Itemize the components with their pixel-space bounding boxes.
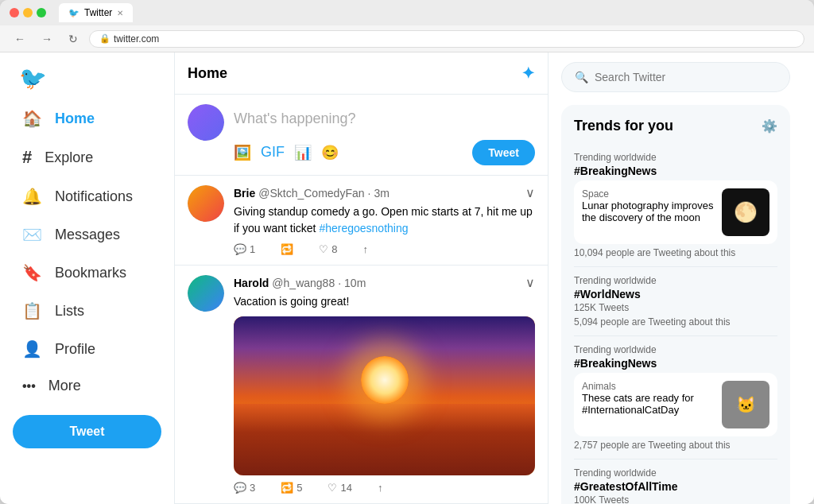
share-button[interactable]: ↑ bbox=[378, 482, 383, 494]
url-bar[interactable]: 🔒 twitter.com bbox=[89, 30, 804, 48]
sidebar-item-explore[interactable]: # Explore bbox=[13, 139, 161, 176]
trend-hashtag: #WorldNews bbox=[574, 288, 777, 300]
title-bar: 🐦 Twitter ✕ bbox=[0, 0, 814, 25]
trend-hashtag: #BreakingNews bbox=[574, 357, 777, 370]
share-button[interactable]: ↑ bbox=[362, 243, 368, 255]
trend-image-thumb: 🌕 bbox=[722, 188, 769, 236]
cat-image: 🐱 bbox=[722, 381, 769, 428]
trend-tweets: 100K Tweets bbox=[574, 494, 777, 504]
tweet-header: Brie @Sktch_ComedyFan · 3m ∨ bbox=[234, 185, 535, 200]
feed-title: Home bbox=[188, 65, 227, 82]
gear-icon[interactable]: ⚙️ bbox=[762, 118, 777, 134]
back-button[interactable]: ← bbox=[10, 31, 30, 47]
reply-button[interactable]: 💬 1 bbox=[234, 243, 255, 255]
compose-icons: 🖼️ GIF 📊 😊 bbox=[234, 144, 339, 161]
trend-worldwide: Trending worldwide bbox=[574, 275, 777, 286]
trend-people: 2,757 people are Tweeting about this bbox=[574, 440, 777, 451]
trend-worldwide: Trending worldwide bbox=[574, 344, 777, 355]
close-button[interactable] bbox=[10, 8, 19, 17]
sparkle-icon[interactable]: ✦ bbox=[521, 64, 535, 83]
tweet-user-info: Harold @h_wang88 · 10m bbox=[234, 277, 366, 289]
sidebar-label-bookmarks: Bookmarks bbox=[55, 265, 126, 281]
trends-title: Trends for you bbox=[574, 118, 673, 134]
trend-item[interactable]: Trending worldwide #WorldNews 125K Tweet… bbox=[574, 267, 777, 336]
profile-icon: 👤 bbox=[22, 339, 42, 359]
tweet-time: · bbox=[368, 187, 371, 200]
bookmark-icon: 🔖 bbox=[22, 263, 42, 282]
tweet-link[interactable]: #heregoesnothing bbox=[319, 222, 408, 235]
tweet-content: Brie @Sktch_ComedyFan · 3m ∨ Giving stan… bbox=[234, 185, 535, 255]
tab-close-icon[interactable]: ✕ bbox=[117, 9, 123, 17]
retweet-button[interactable]: 🔁 5 bbox=[281, 482, 302, 494]
sidebar-label-profile: Profile bbox=[55, 341, 95, 358]
reply-button[interactable]: 💬 3 bbox=[234, 482, 255, 494]
sidebar-item-messages[interactable]: ✉️ Messages bbox=[13, 217, 161, 252]
sidebar-item-notifications[interactable]: 🔔 Notifications bbox=[13, 179, 161, 214]
mail-icon: ✉️ bbox=[22, 225, 42, 244]
trend-item[interactable]: Trending worldwide #GreatestOfAllTime 10… bbox=[574, 459, 777, 504]
sidebar-label-more: More bbox=[48, 378, 81, 394]
list-icon: 📋 bbox=[22, 301, 42, 320]
poll-icon[interactable]: 📊 bbox=[294, 144, 312, 161]
avatar bbox=[188, 275, 224, 312]
moon-image: 🌕 bbox=[722, 188, 769, 236]
tweet-image bbox=[234, 316, 535, 475]
trends-header: Trends for you ⚙️ bbox=[574, 118, 777, 134]
trend-image-thumb: 🐱 bbox=[722, 381, 769, 428]
sidebar-item-more[interactable]: ••• More bbox=[13, 370, 161, 402]
sidebar-label-messages: Messages bbox=[55, 227, 120, 243]
emoji-icon[interactable]: 😊 bbox=[321, 144, 339, 161]
bell-icon: 🔔 bbox=[22, 187, 42, 206]
compose-placeholder[interactable]: What's happening? bbox=[234, 104, 535, 134]
tweet-name: Brie bbox=[234, 187, 255, 200]
lock-icon: 🔒 bbox=[99, 33, 110, 44]
tweet-text: Giving standup comedy a go. Open mic sta… bbox=[234, 204, 535, 237]
trend-card-info: Space Lunar photography improves the dis… bbox=[582, 188, 715, 223]
tweet-user-info: Brie @Sktch_ComedyFan · 3m bbox=[234, 187, 390, 200]
tab-title: Twitter bbox=[84, 7, 112, 18]
trend-category: Animals bbox=[582, 381, 715, 392]
search-bar[interactable]: 🔍 bbox=[561, 62, 790, 92]
sidebar-item-lists[interactable]: 📋 Lists bbox=[13, 293, 161, 328]
trend-people: 10,094 people are Tweeting about this bbox=[574, 247, 777, 258]
traffic-lights bbox=[10, 8, 46, 17]
browser-tab[interactable]: 🐦 Twitter ✕ bbox=[59, 3, 133, 22]
sidebar-item-profile[interactable]: 👤 Profile bbox=[13, 331, 161, 366]
right-sidebar: 🔍 Trends for you ⚙️ Trending worldwide #… bbox=[548, 52, 803, 504]
sidebar-label-explore: Explore bbox=[45, 149, 93, 166]
trend-card-info: Animals These cats are ready for #Intern… bbox=[582, 381, 715, 416]
tweet-time: 10m bbox=[344, 277, 366, 289]
trend-card: Space Lunar photography improves the dis… bbox=[574, 180, 777, 244]
trend-card: Animals These cats are ready for #Intern… bbox=[574, 373, 777, 436]
sidebar-item-home[interactable]: 🏠 Home bbox=[13, 101, 161, 136]
tweet-more-icon[interactable]: ∨ bbox=[525, 185, 535, 200]
tweet-more-icon[interactable]: ∨ bbox=[525, 275, 535, 290]
image-upload-icon[interactable]: 🖼️ bbox=[234, 144, 251, 161]
trend-item[interactable]: Trending worldwide #BreakingNews Animals… bbox=[574, 336, 777, 459]
like-button[interactable]: ♡ 8 bbox=[319, 243, 337, 255]
twitter-app: 🐦 🏠 Home # Explore 🔔 Notifications ✉️ Me… bbox=[0, 52, 814, 504]
maximize-button[interactable] bbox=[37, 8, 46, 17]
compose-avatar bbox=[188, 104, 224, 141]
twitter-logo: 🐦 bbox=[13, 62, 161, 95]
sidebar-label-notifications: Notifications bbox=[55, 188, 133, 205]
hashtag-icon: # bbox=[22, 147, 32, 168]
search-input[interactable] bbox=[595, 71, 777, 83]
like-button[interactable]: ♡ 14 bbox=[328, 482, 351, 494]
sidebar-tweet-button[interactable]: Tweet bbox=[13, 415, 161, 448]
trend-hashtag: #GreatestOfAllTime bbox=[574, 480, 777, 493]
tweet-header: Harold @h_wang88 · 10m ∨ bbox=[234, 275, 535, 290]
trend-item[interactable]: Trending worldwide #BreakingNews Space L… bbox=[574, 144, 777, 267]
retweet-button[interactable]: 🔁 bbox=[281, 243, 293, 255]
minimize-button[interactable] bbox=[23, 8, 33, 17]
tweet-item: Harold @h_wang88 · 10m ∨ Vacation is goi… bbox=[175, 266, 548, 504]
gif-icon[interactable]: GIF bbox=[261, 144, 285, 161]
tweet-handle: @Sktch_ComedyFan bbox=[258, 187, 364, 200]
tweet-time: · bbox=[338, 277, 341, 289]
sidebar-item-bookmarks[interactable]: 🔖 Bookmarks bbox=[13, 255, 161, 290]
refresh-button[interactable]: ↻ bbox=[64, 31, 83, 47]
forward-button[interactable]: → bbox=[37, 31, 57, 47]
home-icon: 🏠 bbox=[22, 109, 42, 128]
trend-worldwide: Trending worldwide bbox=[574, 152, 777, 163]
compose-tweet-button[interactable]: Tweet bbox=[472, 140, 535, 165]
